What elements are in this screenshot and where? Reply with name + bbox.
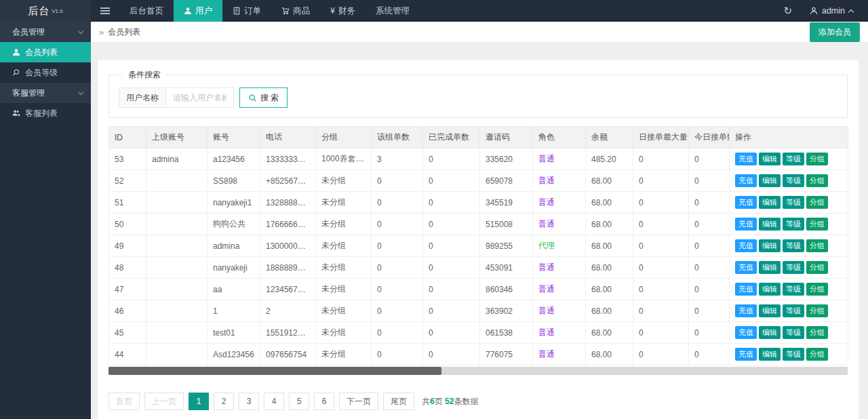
pagination-page-1[interactable]: 1 bbox=[189, 393, 209, 410]
level-button[interactable]: 等级 bbox=[783, 239, 804, 252]
cell-group-orders: 0 bbox=[372, 344, 423, 365]
pagination-page-3[interactable]: 3 bbox=[239, 393, 259, 410]
sidebar-item-support-list[interactable]: 客服列表 bbox=[0, 103, 91, 123]
group-button[interactable]: 分组 bbox=[806, 261, 828, 274]
refresh-icon[interactable]: ↻ bbox=[783, 5, 792, 17]
recharge-button[interactable]: 充值 bbox=[735, 153, 757, 165]
cell-group: 未分组 bbox=[316, 279, 372, 300]
nav-item-finance[interactable]: ¥ 财务 bbox=[320, 0, 366, 22]
sidebar-item-member-level[interactable]: 会员等级 bbox=[0, 62, 91, 83]
nav-item-orders[interactable]: 订单 bbox=[222, 0, 271, 22]
main-content: » 会员列表 添加会员 条件搜索 用户名称 搜 索 ID上级账号账号电话分组该组… bbox=[91, 22, 868, 419]
cell-account: nanyakeji bbox=[208, 257, 260, 279]
cell-role: 普通 bbox=[533, 257, 586, 279]
user-menu[interactable]: admin bbox=[810, 6, 853, 16]
level-button[interactable]: 等级 bbox=[783, 304, 804, 317]
group-button[interactable]: 分组 bbox=[806, 196, 828, 209]
column-header: 电话 bbox=[260, 127, 316, 148]
username-input[interactable] bbox=[166, 87, 234, 108]
edit-button[interactable]: 编辑 bbox=[759, 326, 781, 339]
level-button[interactable]: 等级 bbox=[783, 196, 804, 209]
edit-button[interactable]: 编辑 bbox=[759, 174, 781, 187]
edit-button[interactable]: 编辑 bbox=[759, 218, 781, 231]
edit-button[interactable]: 编辑 bbox=[759, 283, 781, 296]
recharge-button[interactable]: 充值 bbox=[735, 196, 757, 209]
cell-balance: 68.00 bbox=[586, 235, 633, 257]
nav-label: 用户 bbox=[195, 5, 212, 17]
level-button[interactable]: 等级 bbox=[783, 283, 804, 296]
cell-balance: 68.00 bbox=[586, 279, 633, 300]
cell-actions: 充值编辑等级分组禁用 bbox=[730, 279, 848, 300]
recharge-button[interactable]: 充值 bbox=[735, 283, 757, 296]
level-button[interactable]: 等级 bbox=[783, 153, 804, 165]
column-header: 上级账号 bbox=[146, 127, 208, 148]
nav-item-users[interactable]: 用户 bbox=[174, 0, 222, 22]
cell-role: 普通 bbox=[533, 344, 586, 365]
add-member-button[interactable]: 添加会员 bbox=[810, 22, 860, 42]
group-button[interactable]: 分组 bbox=[806, 283, 828, 296]
pagination-page-2[interactable]: 2 bbox=[214, 393, 234, 410]
nav-item-products[interactable]: 商品 bbox=[271, 0, 320, 22]
cell-group: 未分组 bbox=[316, 214, 372, 235]
search-row: 用户名称 搜 索 bbox=[119, 87, 837, 108]
pagination-page-4[interactable]: 4 bbox=[264, 393, 284, 410]
sidebar-group-member-mgmt[interactable]: 会员管理 bbox=[0, 22, 91, 42]
nav-item-home[interactable]: 后台首页 bbox=[119, 0, 174, 22]
pagination-prev-button[interactable]: 上一页 bbox=[144, 393, 184, 410]
pagination-page-6[interactable]: 6 bbox=[314, 393, 334, 410]
horizontal-scrollbar[interactable] bbox=[108, 367, 848, 375]
sidebar-item-member-list[interactable]: 会员列表 bbox=[0, 42, 91, 62]
cell-group-orders: 0 bbox=[372, 214, 423, 235]
nav-item-system[interactable]: 系统管理 bbox=[366, 0, 420, 22]
scrollbar-thumb[interactable] bbox=[108, 367, 441, 375]
level-button[interactable]: 等级 bbox=[783, 174, 804, 187]
edit-button[interactable]: 编辑 bbox=[759, 196, 781, 209]
sidebar-group-support-mgmt[interactable]: 客服管理 bbox=[0, 83, 91, 103]
nav-label: 系统管理 bbox=[376, 5, 410, 17]
level-button[interactable]: 等级 bbox=[783, 261, 804, 274]
recharge-button[interactable]: 充值 bbox=[735, 261, 757, 274]
total-records: 52 bbox=[445, 397, 454, 406]
nav-label: 后台首页 bbox=[130, 5, 163, 17]
cell-role: 普通 bbox=[533, 300, 586, 322]
group-button[interactable]: 分组 bbox=[806, 239, 828, 252]
recharge-button[interactable]: 充值 bbox=[735, 174, 757, 187]
recharge-button[interactable]: 充值 bbox=[735, 218, 757, 231]
cell-account: test01 bbox=[208, 322, 260, 344]
cell-group-orders: 0 bbox=[372, 322, 423, 344]
group-button[interactable]: 分组 bbox=[806, 153, 828, 165]
cell-group-orders: 0 bbox=[372, 300, 423, 322]
level-button[interactable]: 等级 bbox=[783, 218, 804, 231]
edit-button[interactable]: 编辑 bbox=[759, 304, 781, 317]
chevron-down-icon bbox=[78, 28, 83, 33]
group-button[interactable]: 分组 bbox=[806, 174, 828, 187]
search-button[interactable]: 搜 索 bbox=[239, 87, 288, 108]
pagination-next-button[interactable]: 下一页 bbox=[339, 393, 378, 410]
pagination-first-button[interactable]: 首页 bbox=[108, 393, 140, 410]
recharge-button[interactable]: 充值 bbox=[735, 326, 757, 339]
pagination-last-button[interactable]: 尾页 bbox=[383, 393, 414, 410]
level-button[interactable]: 等级 bbox=[783, 326, 804, 339]
recharge-button[interactable]: 充值 bbox=[735, 348, 757, 361]
cell-parent-account bbox=[146, 322, 208, 344]
group-button[interactable]: 分组 bbox=[806, 304, 828, 317]
cell-actions: 充值编辑等级分组禁用 bbox=[730, 148, 848, 170]
group-button[interactable]: 分组 bbox=[806, 218, 828, 231]
sidebar-toggle-button[interactable] bbox=[91, 0, 119, 22]
cell-invite-code: 453091 bbox=[480, 257, 533, 279]
recharge-button[interactable]: 充值 bbox=[735, 304, 757, 317]
edit-button[interactable]: 编辑 bbox=[759, 348, 781, 361]
recharge-button[interactable]: 充值 bbox=[735, 239, 757, 252]
group-button[interactable]: 分组 bbox=[806, 348, 828, 361]
pagination-page-5[interactable]: 5 bbox=[289, 393, 309, 410]
level-button[interactable]: 等级 bbox=[783, 348, 804, 361]
edit-button[interactable]: 编辑 bbox=[759, 261, 781, 274]
cell-role: 代理 bbox=[533, 235, 586, 257]
cell-account: admina bbox=[208, 235, 260, 257]
cell-parent-account bbox=[146, 344, 208, 365]
cell-group: 1000养套组(多... bbox=[316, 148, 372, 170]
group-button[interactable]: 分组 bbox=[806, 326, 828, 339]
edit-button[interactable]: 编辑 bbox=[759, 153, 781, 165]
edit-button[interactable]: 编辑 bbox=[759, 239, 781, 252]
cell-actions: 充值编辑等级分组禁用 bbox=[730, 235, 848, 257]
